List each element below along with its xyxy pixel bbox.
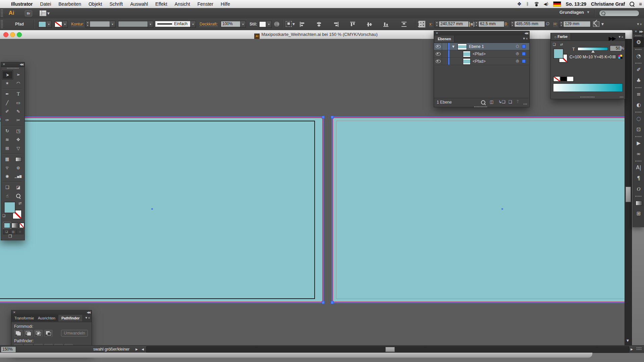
color-spectrum-ramp[interactable] xyxy=(553,83,623,92)
column-graph-tool[interactable]: ▁▅▇ xyxy=(13,172,23,181)
blend-tool[interactable]: ⊚ xyxy=(13,164,23,172)
mesh-tool[interactable]: ▦ xyxy=(2,155,12,163)
artboard-right-path-stroke[interactable] xyxy=(336,121,625,299)
menu-fenster[interactable]: Fenster xyxy=(194,0,217,8)
constrain-proportions-icon[interactable]: ∅ xyxy=(544,21,551,26)
stroke-style-dropdown[interactable]: ▼ xyxy=(190,21,196,28)
menu-auswahl[interactable]: Auswahl xyxy=(126,0,152,8)
umwandeln-button[interactable]: Umwandeln xyxy=(61,330,88,337)
menu-bearbeiten[interactable]: Bearbeiten xyxy=(55,0,85,8)
deckkraft-label[interactable]: Deckkraft: xyxy=(200,22,218,27)
shape-mode-intersect[interactable] xyxy=(34,330,43,337)
toolbar-grip[interactable] xyxy=(7,68,18,69)
rectangle-tool[interactable]: ▭ xyxy=(13,99,23,107)
menubar-clock[interactable]: So. 13:29 xyxy=(566,1,586,7)
h-value[interactable]: 129 mm xyxy=(563,21,591,27)
slice-tool[interactable]: ◪ xyxy=(13,183,23,191)
fill-proxy-swatch[interactable] xyxy=(553,49,564,59)
pathfinder-header[interactable]: ✕ ◀◀ xyxy=(11,310,92,315)
align-to-dropdown[interactable]: ▼ xyxy=(292,22,295,26)
blob-brush-tool[interactable]: ✑ xyxy=(2,116,12,124)
width-profile-value[interactable] xyxy=(118,21,150,27)
dock-artboards-icon[interactable]: ⊞ xyxy=(634,208,644,219)
artboard-left-path-stroke[interactable] xyxy=(0,121,315,299)
draw-normal-button[interactable]: ❏ xyxy=(3,229,10,234)
menubar-user[interactable]: Christiane Graf xyxy=(591,1,625,7)
dock-color-icon[interactable]: ❂ xyxy=(634,37,644,47)
symbol-sprayer-tool[interactable]: ✺ xyxy=(2,172,12,181)
color-panel-menu-icon[interactable]: ▼≡ xyxy=(618,35,624,39)
panel-drag-grip[interactable] xyxy=(474,106,488,107)
expand-panel-icon[interactable]: ▶▶ xyxy=(608,35,615,42)
toolbar-header[interactable]: ✕ ◀◀ xyxy=(1,62,24,67)
shape-builder-tool[interactable]: ⊞ xyxy=(2,144,12,153)
y-value[interactable]: 62,5 mm xyxy=(478,21,504,27)
gradient-mode-button[interactable] xyxy=(11,223,18,228)
swap-colors-mini-icon[interactable]: ⇄ xyxy=(560,43,563,46)
align-right-icon[interactable] xyxy=(333,22,339,27)
menu-objekt[interactable]: Objekt xyxy=(85,0,106,8)
collapse-panel-icon[interactable]: ◀◀ xyxy=(19,63,23,66)
delete-layer-icon[interactable]: ⍑ xyxy=(517,100,519,104)
path-thumbnail[interactable] xyxy=(463,51,471,57)
dock-stroke-icon[interactable]: ≡ xyxy=(634,89,644,99)
arrange-documents-button[interactable]: ▼ xyxy=(40,10,51,16)
menu-hilfe[interactable]: Hilfe xyxy=(217,0,234,8)
width-tool[interactable]: ≋ xyxy=(2,135,12,144)
wifi-icon[interactable] xyxy=(534,2,539,6)
stroke-dropdown[interactable]: ▼ xyxy=(62,21,68,28)
width-profile-dropdown[interactable]: ▼ xyxy=(148,21,153,28)
new-layer-icon[interactable]: ❑ xyxy=(508,100,512,104)
panel-resize-grip[interactable] xyxy=(620,97,624,98)
dock-opacity-mask-icon[interactable]: ◌ xyxy=(634,114,644,124)
artboard-right[interactable] xyxy=(332,117,625,303)
layer-name[interactable]: Ebene 1 xyxy=(469,44,484,49)
screen-mode-button[interactable]: ❐ xyxy=(8,234,12,239)
kontur-label[interactable]: Kontur: xyxy=(71,22,84,27)
dock-brushes-icon[interactable]: ✐ xyxy=(634,65,644,75)
transform-options-icon[interactable] xyxy=(593,21,599,27)
shape-mode-minus-front[interactable] xyxy=(24,330,33,337)
search-field[interactable] xyxy=(599,10,639,16)
target-circle-icon[interactable]: ◎ xyxy=(516,51,519,56)
collapse-panel-icon[interactable]: ◀◀ xyxy=(87,311,90,314)
color-mode-button[interactable] xyxy=(4,223,10,228)
horizontal-scrollbar[interactable] xyxy=(146,346,629,353)
hand-tool[interactable]: ☝ xyxy=(2,192,12,200)
tint-value[interactable]: 50 xyxy=(610,45,622,51)
dock-opentype-icon[interactable]: O xyxy=(634,184,644,194)
anchor-bottom-right[interactable] xyxy=(322,301,325,304)
new-sublayer-icon[interactable]: ↳❏ xyxy=(498,100,505,104)
fill-proxy-swatch[interactable] xyxy=(4,202,15,213)
dock-header[interactable]: ✕ ▶▶ xyxy=(633,29,644,34)
scissors-tool[interactable]: ✂ xyxy=(13,116,23,124)
perspective-grid-tool[interactable]: ▽ xyxy=(13,144,23,153)
close-panel-icon[interactable]: ✕ xyxy=(13,311,16,314)
fill-swatch[interactable] xyxy=(38,21,46,27)
eyedropper-tool[interactable]: 🜄 xyxy=(2,164,12,172)
selection-tool[interactable]: ➤ xyxy=(2,70,13,79)
style-dropdown[interactable]: ▼ xyxy=(266,21,272,28)
vertical-scrollbar[interactable]: ▼ xyxy=(625,39,632,346)
selection-indicator[interactable] xyxy=(522,59,526,63)
path-center-point[interactable] xyxy=(501,208,503,210)
dock-color-guide-icon[interactable]: ◔ xyxy=(634,51,644,61)
pencil-tool[interactable]: ✎ xyxy=(13,107,23,116)
anchor-top-left[interactable] xyxy=(331,116,334,119)
deckkraft-dropdown[interactable]: ▼ xyxy=(240,21,246,28)
window-resize-grip[interactable] xyxy=(637,347,642,348)
anchor-top-right[interactable] xyxy=(322,116,325,119)
gradient-tool[interactable] xyxy=(13,155,23,163)
cmyk-proxy-box[interactable] xyxy=(612,55,616,59)
status-next-icon[interactable]: ▶ xyxy=(136,348,138,351)
menu-datei[interactable]: Datei xyxy=(37,0,55,8)
scale-tool[interactable]: ◳ xyxy=(13,127,23,135)
path-center-point[interactable] xyxy=(151,208,153,210)
align-to-selection-icon[interactable] xyxy=(286,21,292,27)
panel-resize-grip[interactable] xyxy=(524,104,528,105)
dock-transparency-icon[interactable]: ◐ xyxy=(634,100,644,110)
selection-indicator[interactable] xyxy=(522,52,526,56)
shape-mode-unite[interactable] xyxy=(14,330,22,337)
collapse-panel-icon[interactable]: ◀◀ xyxy=(524,32,528,35)
shape-mode-exclude[interactable] xyxy=(44,330,53,337)
